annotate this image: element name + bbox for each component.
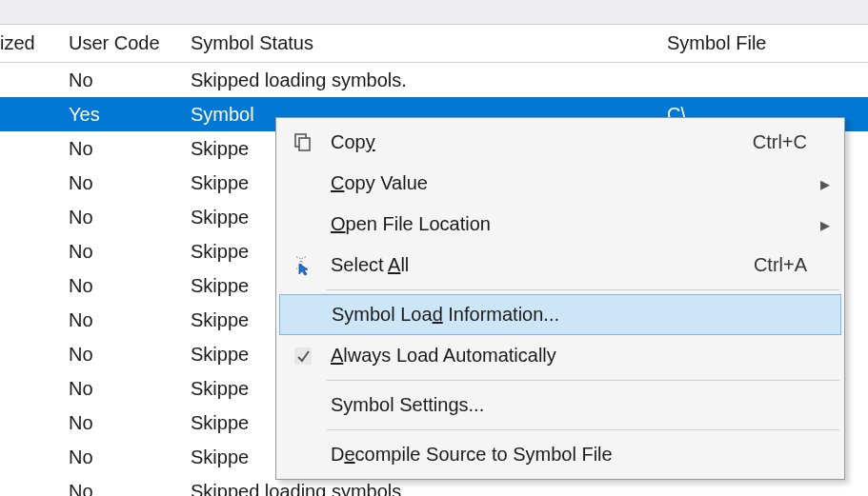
ctx-symbol-settings-label: Symbol Settings... <box>327 394 807 416</box>
cell-usercode: No <box>59 412 181 434</box>
ctx-select-all-shortcut: Ctrl+A <box>754 254 817 276</box>
context-menu: Copy Ctrl+C Copy Value ▸ Open File Locat… <box>275 117 845 480</box>
table-row[interactable]: NoSkipped loading symbols. <box>0 63 868 97</box>
ctx-symbol-load-information[interactable]: Symbol Load Information... <box>279 294 841 335</box>
cell-usercode: No <box>59 309 181 331</box>
cell-usercode: No <box>59 138 181 160</box>
ctx-copy-label: Copy <box>327 131 753 153</box>
col-header-usercode[interactable]: User Code <box>59 29 181 58</box>
ctx-always-load-label: Always Load Automatically <box>327 345 807 367</box>
cell-usercode: No <box>59 241 181 263</box>
ctx-copy-value[interactable]: Copy Value ▸ <box>279 163 841 204</box>
grid-header-row: ized User Code Symbol Status Symbol File <box>0 25 868 63</box>
copy-icon <box>279 132 327 153</box>
cell-symbol-status: Skipped loading symbols <box>181 481 657 497</box>
ctx-open-file-location[interactable]: Open File Location ▸ <box>279 204 841 245</box>
ctx-symbol-load-information-label: Symbol Load Information... <box>328 304 806 326</box>
ctx-symbol-settings[interactable]: Symbol Settings... <box>279 385 841 426</box>
col-header-symbol-file[interactable]: Symbol File <box>657 29 868 58</box>
cell-usercode: No <box>59 344 181 366</box>
ctx-decompile-source[interactable]: Decompile Source to Symbol File <box>279 434 841 475</box>
ctx-always-load-automatically[interactable]: Always Load Automatically <box>279 335 841 376</box>
ctx-separator <box>327 289 839 290</box>
col-header-optimized[interactable]: ized <box>0 29 59 58</box>
ctx-decompile-label: Decompile Source to Symbol File <box>327 444 807 466</box>
toolbar-strip <box>0 0 868 25</box>
ctx-select-all-label: Select All <box>327 254 754 276</box>
ctx-separator <box>327 380 839 381</box>
select-all-cursor-icon <box>279 255 327 276</box>
cell-usercode: No <box>59 446 181 468</box>
cell-usercode: No <box>59 69 181 91</box>
svg-rect-1 <box>299 138 310 150</box>
cell-usercode: Yes <box>59 104 181 126</box>
cell-usercode: No <box>59 378 181 400</box>
ctx-copy-value-label: Copy Value <box>327 172 807 194</box>
cell-symbol-status: Skipped loading symbols. <box>181 69 657 91</box>
col-header-symbol-status[interactable]: Symbol Status <box>181 29 657 58</box>
cell-usercode: No <box>59 275 181 297</box>
cell-usercode: No <box>59 481 181 497</box>
ctx-select-all[interactable]: Select All Ctrl+A <box>279 245 841 286</box>
ctx-copy-shortcut: Ctrl+C <box>753 131 817 153</box>
ctx-separator <box>327 429 839 430</box>
checkmark-icon <box>279 346 327 367</box>
cell-usercode: No <box>59 207 181 228</box>
cell-usercode: No <box>59 172 181 194</box>
ctx-copy[interactable]: Copy Ctrl+C <box>279 122 841 163</box>
ctx-open-file-location-label: Open File Location <box>327 213 807 235</box>
svg-rect-2 <box>294 347 312 365</box>
submenu-arrow-icon: ▸ <box>817 213 834 236</box>
submenu-arrow-icon: ▸ <box>817 172 834 195</box>
